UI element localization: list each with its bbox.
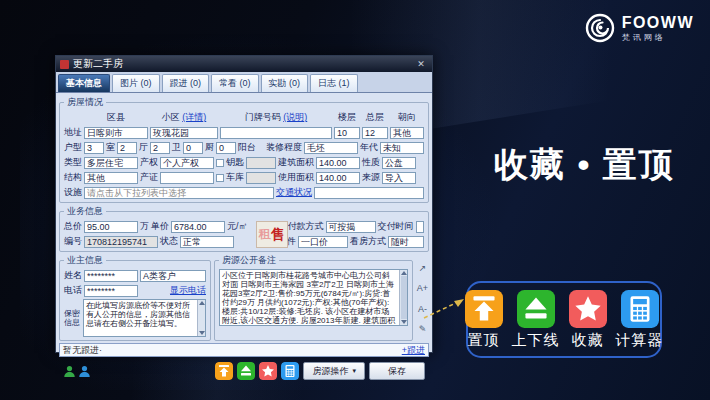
col-estate: 小区 (详情) [150, 111, 218, 124]
facility-row: 设施 请点击从下拉列表中选择 交通状况 [64, 186, 424, 199]
owner-name-field[interactable]: ******** [84, 270, 138, 282]
pin-top-button[interactable] [215, 362, 233, 380]
area-field[interactable]: 140.00 [316, 157, 360, 169]
visit-field[interactable]: 随时 [388, 236, 424, 248]
toolbar-right: 房源操作 ▾ 保存 [215, 362, 425, 380]
balconies-field[interactable]: 0 [216, 142, 236, 154]
rooms-field[interactable]: 3 [84, 142, 104, 154]
total-price-unit: 万 [140, 220, 149, 233]
type-field[interactable]: 多层住宅 [84, 157, 138, 169]
owner-phone-field[interactable]: ******** [84, 285, 138, 297]
brand-name: FOOWW [622, 15, 694, 31]
floor-field[interactable]: 10 [334, 127, 360, 139]
garage-checkbox[interactable] [216, 174, 224, 182]
price-term-field[interactable]: 一口价 [298, 236, 348, 248]
status-label: 状态 [160, 235, 178, 248]
tab-survey[interactable]: 实勘 (0) [261, 74, 309, 92]
city-field[interactable]: 日喀则市 [84, 127, 148, 139]
status-field[interactable]: 正常 [180, 236, 234, 248]
tab-followups[interactable]: 跟进 (0) [162, 74, 210, 92]
house-ops-dropdown[interactable]: 房源操作 ▾ [303, 362, 365, 380]
scrollbar-thumb[interactable] [401, 276, 407, 319]
kitchens-field[interactable]: 0 [183, 142, 203, 154]
delivery-field[interactable] [416, 221, 424, 233]
secret-scrollbar[interactable] [197, 300, 205, 336]
tab-photos[interactable]: 图片 (0) [112, 74, 160, 92]
owner-info-group: 业主信息 姓名 ******** A类客户 电话 ******** 显示电话 保… [59, 254, 211, 341]
col-floor: 楼层 [334, 111, 360, 124]
col-district: 区县 [84, 111, 148, 124]
traffic-link[interactable]: 交通状况 [276, 186, 312, 199]
tab-log[interactable]: 日志 (1) [310, 74, 358, 92]
remark-textarea[interactable]: 小区位于日喀则市桂花路号城市中心电力公司斜对面 日喀则市王海家园 3室2厅2卫 … [219, 269, 408, 326]
public-remark-group: 房源公开备注 小区位于日喀则市桂花路号城市中心电力公司斜对面 日喀则市王海家园 … [214, 254, 413, 341]
tab-views[interactable]: 常看 (0) [211, 74, 259, 92]
visit-label: 看房方式 [350, 235, 386, 248]
show-phone-link[interactable]: 显示电话 [170, 284, 206, 297]
owner-group-title: 业主信息 [64, 254, 106, 267]
structure-field[interactable]: 其他 [84, 172, 138, 184]
owner-category-field[interactable]: A类客户 [140, 270, 206, 282]
baths-field[interactable]: 2 [150, 142, 170, 154]
scroll-down-icon[interactable] [199, 331, 205, 335]
panel-item-calculator[interactable]: 计算器 [616, 290, 664, 350]
agent-person-green-icon[interactable] [63, 365, 76, 378]
connector-arrow [418, 288, 470, 328]
window-titlebar[interactable]: 更新二手房 ✕ [56, 56, 432, 72]
property-field[interactable]: 个人产权 [160, 157, 214, 169]
source-field[interactable]: 导入 [382, 172, 416, 184]
scroll-down-icon[interactable] [401, 320, 407, 324]
save-button[interactable]: 保存 [369, 362, 425, 380]
followup-status-bar: 暂无跟进· +跟进 [59, 343, 429, 357]
use-area-label: 使用面积 [278, 171, 314, 184]
year-field[interactable]: 未知 [380, 142, 424, 154]
remark-group-title: 房源公开备注 [219, 254, 279, 267]
foow-swirl-icon [585, 13, 615, 43]
panel-item-favorite[interactable]: 收藏 [569, 290, 607, 350]
door-number-field[interactable] [220, 127, 332, 139]
online-toggle-button[interactable] [237, 362, 255, 380]
door-help-link[interactable]: (说明) [283, 112, 307, 122]
owner-phone-row: 电话 ******** 显示电话 [64, 284, 206, 297]
house-group-title: 房屋情况 [64, 96, 106, 109]
cert-field[interactable] [160, 172, 214, 184]
scroll-up-icon[interactable] [199, 301, 205, 305]
owner-name-row: 姓名 ******** A类客户 [64, 269, 206, 282]
use-area-field[interactable]: 140.00 [316, 172, 360, 184]
panel-label-favorite: 收藏 [572, 331, 604, 350]
garage-field [246, 172, 276, 184]
secret-note-box[interactable]: 在此填写房源底价等不便对所有人公开的信息，房源其他信息请在右侧公开备注填写。 [83, 299, 206, 337]
close-icon[interactable]: ✕ [414, 59, 428, 69]
agent-person-blue-icon[interactable] [78, 365, 91, 378]
payment-field[interactable]: 可按揭 [326, 221, 376, 233]
add-followup-link[interactable]: +跟进 [402, 344, 425, 357]
traffic-field[interactable] [314, 187, 424, 199]
orientation-field[interactable]: 其他 [390, 127, 424, 139]
bottom-toolbar: 房源操作 ▾ 保存 [59, 359, 429, 384]
property-label: 产权 [140, 156, 158, 169]
key-checkbox[interactable] [216, 159, 224, 167]
scroll-up-icon[interactable] [401, 271, 407, 275]
facility-field[interactable]: 请点击从下拉列表中选择 [84, 187, 274, 199]
tab-basic-info[interactable]: 基本信息 [58, 74, 110, 92]
owner-secret-row: 保密信息 在此填写房源底价等不便对所有人公开的信息，房源其他信息请在右侧公开备注… [64, 299, 206, 337]
agent-icons [63, 365, 91, 378]
panel-item-online-toggle[interactable]: 上下线 [512, 290, 560, 350]
nature-field[interactable]: 公盘 [382, 157, 416, 169]
decoration-field[interactable]: 毛坯 [304, 142, 358, 154]
number-label: 编号 [64, 235, 82, 248]
unit-price-field[interactable]: 6784.00 [171, 221, 225, 233]
calculator-button[interactable] [281, 362, 299, 380]
favorite-button[interactable] [259, 362, 277, 380]
remark-scrollbar[interactable] [399, 270, 407, 325]
estate-detail-link[interactable]: (详情) [182, 112, 206, 122]
expand-icon[interactable]: ↗ [419, 263, 427, 273]
delivery-label: 交付时间 [378, 220, 414, 233]
halls-field[interactable]: 2 [117, 142, 137, 154]
total-floor-field[interactable]: 12 [362, 127, 388, 139]
estate-field[interactable]: 玫瑰花园 [150, 127, 218, 139]
price-row: 总价 95.00 万 单价 6784.00 元/㎡ 付款方式 可按揭 交付时间 [64, 220, 424, 233]
total-price-field[interactable]: 95.00 [84, 221, 138, 233]
panel-item-pin-top[interactable]: 置顶 [465, 290, 503, 350]
rent-sale-stamp: 租 售 [256, 221, 288, 248]
